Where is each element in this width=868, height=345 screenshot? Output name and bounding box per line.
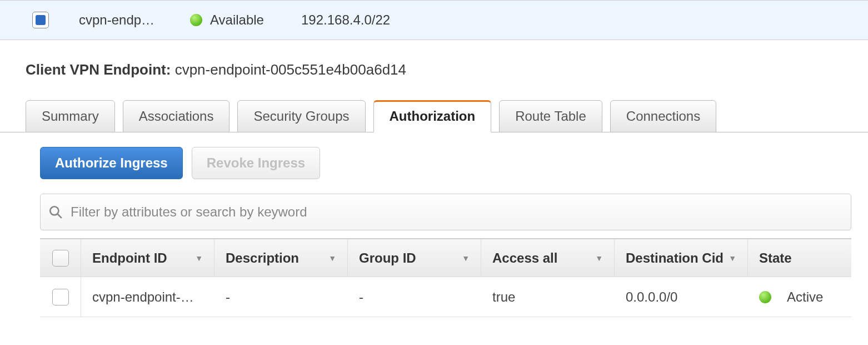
search-icon <box>48 205 63 219</box>
sort-caret-icon: ▼ <box>328 254 336 263</box>
table-header-row: Endpoint ID ▼ Description ▼ Group ID ▼ A… <box>40 239 851 277</box>
endpoint-row-checkbox[interactable] <box>32 12 49 28</box>
header-description[interactable]: Description ▼ <box>214 239 348 277</box>
sort-caret-icon: ▼ <box>729 254 736 263</box>
revoke-ingress-button: Revoke Ingress <box>192 147 320 179</box>
cell-description: - <box>214 289 230 305</box>
cell-state: Active <box>787 289 823 305</box>
endpoint-cidr: 192.168.4.0/22 <box>301 12 390 28</box>
page-title: Client VPN Endpoint: cvpn-endpoint-005c5… <box>0 40 868 78</box>
cell-endpoint-id: cvpn-endpoint-… <box>81 289 194 305</box>
sort-caret-icon: ▼ <box>195 254 203 263</box>
tab-associations[interactable]: Associations <box>123 100 230 132</box>
tab-summary[interactable]: Summary <box>26 100 115 132</box>
tab-security-groups[interactable]: Security Groups <box>237 100 365 132</box>
row-checkbox[interactable] <box>52 289 69 305</box>
tab-route-table[interactable]: Route Table <box>499 100 602 132</box>
cell-access-all: true <box>481 289 515 305</box>
table-row[interactable]: cvpn-endpoint-… - - true 0.0.0.0/0 Activ… <box>40 277 851 317</box>
svg-line-1 <box>57 214 62 218</box>
cell-destination-cidr: 0.0.0.0/0 <box>615 289 677 305</box>
status-dot-icon <box>759 291 771 303</box>
header-group-id[interactable]: Group ID ▼ <box>348 239 481 277</box>
filter-bar[interactable] <box>40 194 851 230</box>
page-title-value: cvpn-endpoint-005c551e4b00a6d14 <box>175 61 406 78</box>
action-bar: Authorize Ingress Revoke Ingress <box>0 132 868 179</box>
header-access-all[interactable]: Access all ▼ <box>481 239 615 277</box>
page-title-label: Client VPN Endpoint: <box>26 61 171 78</box>
header-state[interactable]: State <box>748 239 851 277</box>
tabs: Summary Associations Security Groups Aut… <box>0 100 868 132</box>
select-all-checkbox[interactable] <box>52 250 69 267</box>
authorization-table: Endpoint ID ▼ Description ▼ Group ID ▼ A… <box>40 238 851 317</box>
status-dot-icon <box>190 14 202 26</box>
header-endpoint-id[interactable]: Endpoint ID ▼ <box>81 239 214 277</box>
sort-caret-icon: ▼ <box>462 254 470 263</box>
cell-group-id: - <box>348 289 363 305</box>
endpoint-status: Available <box>190 12 301 28</box>
svg-point-0 <box>50 206 58 215</box>
filter-input[interactable] <box>71 204 843 220</box>
sort-caret-icon: ▼ <box>595 254 603 263</box>
endpoint-list-row[interactable]: cvpn-endp… Available 192.168.4.0/22 <box>0 0 868 40</box>
endpoint-name: cvpn-endp… <box>79 12 190 28</box>
tab-authorization[interactable]: Authorization <box>373 100 492 132</box>
tab-connections[interactable]: Connections <box>610 100 716 132</box>
endpoint-status-text: Available <box>210 12 264 28</box>
header-destination-cidr[interactable]: Destination Cid ▼ <box>615 239 748 277</box>
authorize-ingress-button[interactable]: Authorize Ingress <box>40 147 183 179</box>
